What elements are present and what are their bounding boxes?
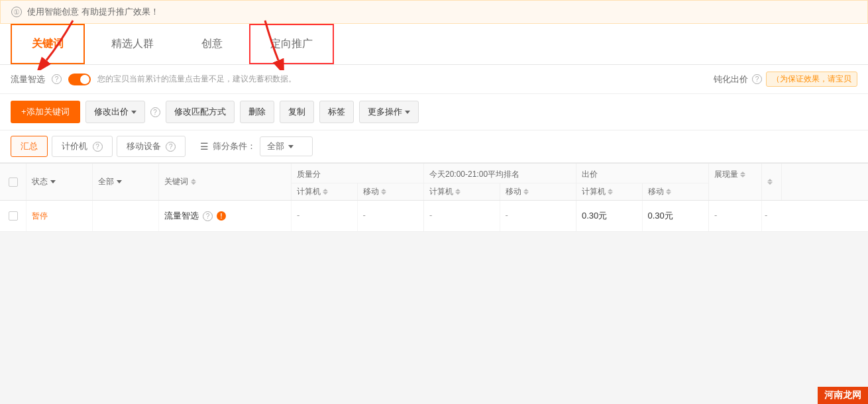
all-sort-icon[interactable]	[117, 180, 122, 183]
filter-label: 筛分条件：	[213, 140, 256, 152]
smart-select-label: 流量智选	[11, 74, 45, 85]
keyword-info-icon[interactable]: !	[217, 211, 226, 221]
th-quality: 质量分 计算机 移动	[292, 164, 424, 200]
filter-select[interactable]: 全部	[260, 136, 313, 156]
td-ranking: - -	[424, 201, 576, 231]
td-checkbox	[0, 201, 27, 231]
tab-creative[interactable]: 创意	[180, 24, 244, 64]
th-display: 展现量	[709, 164, 762, 200]
filter-select-chevron	[288, 145, 294, 148]
th-quality-mobile: 移动	[358, 183, 424, 200]
filter-warning-text: 您的宝贝当前累计的流量点击量不足，建议先蓄积数据。	[97, 74, 707, 85]
th-all: 全部	[93, 164, 159, 200]
quality-pc-sort[interactable]	[323, 189, 328, 195]
td-ranking-mobile: -	[500, 201, 576, 231]
bid-pc-sort[interactable]	[608, 189, 613, 195]
td-display: -	[709, 201, 762, 231]
smart-select-help-icon[interactable]: ?	[52, 74, 62, 84]
toolbar-help-icon[interactable]: ?	[150, 107, 160, 117]
smart-select-toggle[interactable]	[68, 74, 91, 85]
th-bid-main: 出价	[576, 164, 708, 183]
th-ranking: 今天20:00-21:00平均排名 计算机 移动	[424, 164, 576, 200]
tabs-container: 关键词 精选人群 创意 定向推广	[0, 24, 868, 65]
notice-text: 使用智能创意 有助提升推广效果！	[27, 6, 159, 18]
th-bid-mobile: 移动	[643, 183, 709, 200]
optimize-price-note: （为保证效果，请宝贝	[766, 72, 857, 87]
more-ops-button[interactable]: 更多操作	[359, 101, 419, 123]
table-container: 状态 全部 关键词 质量分 计算机	[0, 163, 868, 232]
display-sort[interactable]	[740, 172, 745, 177]
filter-row: 流量智选 ? 您的宝贝当前累计的流量点击量不足，建议先蓄积数据。 钝化出价 ? …	[0, 65, 868, 94]
keyword-help-icon[interactable]: ?	[203, 211, 213, 221]
filter-condition: ☰ 筛分条件： 全部	[200, 136, 313, 156]
toolbar: +添加关键词 修改出价 ? 修改匹配方式 删除 复制 标签 更多操作	[0, 94, 868, 130]
td-bid-pc: 0.30元	[576, 201, 643, 231]
add-keyword-button[interactable]: +添加关键词	[11, 101, 80, 123]
tab-targeted[interactable]: 定向推广	[249, 24, 334, 64]
mobile-help-icon[interactable]: ?	[166, 142, 176, 152]
th-quality-sub: 计算机 移动	[292, 183, 423, 200]
more-ops-chevron	[405, 111, 410, 114]
row-checkbox[interactable]	[9, 211, 18, 221]
th-display-main: 展现量	[709, 164, 761, 183]
status-sort-icon[interactable]	[50, 180, 56, 183]
td-bid-mobile: 0.30元	[643, 201, 709, 231]
top-notice: ① 使用智能创意 有助提升推广效果！	[0, 0, 868, 24]
pc-help-icon[interactable]: ?	[93, 142, 103, 152]
select-all-checkbox[interactable]	[9, 177, 18, 187]
td-quality: - -	[292, 201, 424, 231]
optimize-price-help-icon[interactable]: ?	[752, 74, 762, 84]
optimize-price-label: 钝化出价	[714, 74, 748, 85]
extra-sort[interactable]	[767, 179, 773, 185]
filter-icon: ☰	[200, 141, 209, 152]
quality-mobile-sort[interactable]	[381, 189, 386, 195]
td-ranking-pc: -	[424, 201, 500, 231]
notice-icon: ①	[11, 7, 22, 17]
tab-keywords[interactable]: 关键词	[11, 24, 85, 64]
th-bid: 出价 计算机 移动	[576, 164, 709, 200]
table-row: 暂停 流量智选 ? ! - - - -	[0, 201, 868, 232]
th-keyword: 关键词	[159, 164, 292, 200]
td-quality-mobile: -	[358, 201, 424, 231]
td-bid: 0.30元 0.30元	[576, 201, 709, 231]
device-tabs-bar: 汇总 计价机 ? 移动设备 ? ☰ 筛分条件： 全部	[0, 130, 868, 163]
td-keyword: 流量智选 ? !	[159, 201, 292, 231]
device-tab-mobile[interactable]: 移动设备 ?	[117, 136, 186, 157]
ranking-mobile-sort[interactable]	[523, 189, 529, 195]
td-all	[93, 201, 159, 231]
th-ranking-mobile: 移动	[500, 183, 576, 200]
change-match-button[interactable]: 修改匹配方式	[166, 101, 235, 123]
status-paused-label: 暂停	[32, 211, 48, 222]
tab-audience[interactable]: 精选人群	[90, 24, 175, 64]
th-ranking-main: 今天20:00-21:00平均排名	[424, 164, 576, 183]
device-tab-pc[interactable]: 计价机 ?	[52, 136, 113, 157]
ranking-pc-sort[interactable]	[455, 189, 461, 195]
bid-mobile-sort[interactable]	[666, 189, 671, 195]
th-quality-pc: 计算机	[292, 183, 358, 200]
keyword-sort-arrows[interactable]	[191, 179, 196, 185]
th-checkbox	[0, 164, 27, 200]
copy-button[interactable]: 复制	[280, 101, 314, 123]
th-ranking-pc: 计算机	[424, 183, 500, 200]
device-tab-summary[interactable]: 汇总	[11, 136, 48, 157]
th-bid-sub: 计算机 移动	[576, 183, 708, 200]
table-header: 状态 全部 关键词 质量分 计算机	[0, 163, 868, 201]
td-status: 暂停	[27, 201, 93, 231]
th-quality-main: 质量分	[292, 164, 423, 183]
td-extra: -	[762, 201, 782, 231]
th-extra	[762, 164, 782, 200]
th-bid-pc: 计算机	[576, 183, 643, 200]
change-price-button[interactable]: 修改出价	[85, 101, 145, 123]
th-status: 状态	[27, 164, 93, 200]
change-price-chevron	[131, 111, 136, 114]
tag-button[interactable]: 标签	[319, 101, 354, 123]
delete-button[interactable]: 删除	[240, 101, 274, 123]
th-ranking-sub: 计算机 移动	[424, 183, 576, 200]
optimize-price-section: 钝化出价 ? （为保证效果，请宝贝	[714, 72, 857, 87]
td-quality-pc: -	[292, 201, 358, 231]
